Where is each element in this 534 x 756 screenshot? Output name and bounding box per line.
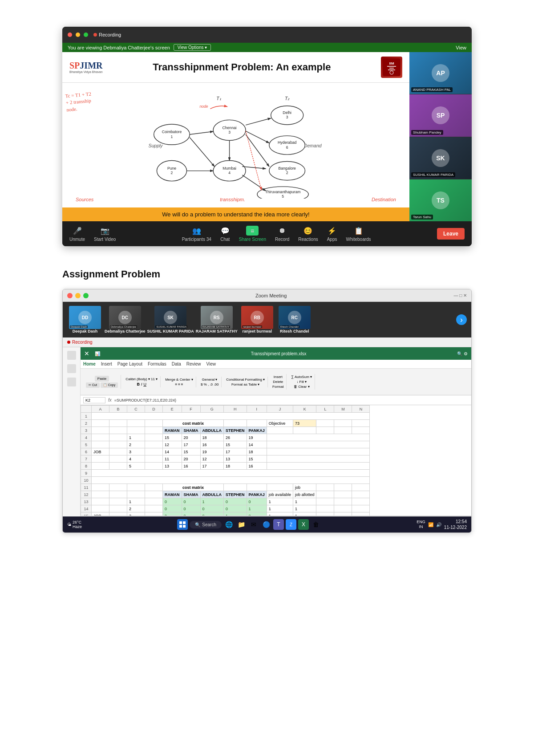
col-header-stephen: STEPHEN (224, 427, 247, 434)
svg-line-39 (246, 134, 269, 167)
win-min-btn[interactable] (75, 293, 81, 298)
cut-button[interactable]: ✂ Cut (86, 382, 100, 388)
taskbar-excel-icon[interactable]: X (298, 519, 309, 530)
italic-btn[interactable]: I (141, 382, 142, 386)
reactions-icon: 😊 (303, 226, 313, 236)
r11n (352, 484, 370, 491)
menu-insert[interactable]: Insert (101, 362, 112, 366)
menu-review[interactable]: Review (186, 362, 201, 366)
view-options-button[interactable]: View Options ▾ (174, 44, 211, 51)
zoom-toolbar-1: 🎤 Unmute 📷 Start Video 👥 Participants 34… (62, 221, 472, 246)
participant-video-1: AP ANAND PRAKASH PAL (409, 52, 472, 94)
r7-rest (267, 455, 370, 463)
svg-text:2: 2 (171, 171, 173, 175)
participant-mini-video-0: DD Deepak Dash (69, 306, 101, 329)
reactions-button[interactable]: 😊 Reactions (298, 226, 318, 242)
menu-page-layout[interactable]: Page Layout (117, 362, 142, 366)
r11l (316, 484, 334, 491)
sr1-pankaj: 0 (247, 498, 267, 505)
recording-text: Recording (72, 340, 93, 345)
svg-line-33 (190, 131, 213, 134)
start-video-button[interactable]: 📷 Start Video (94, 226, 116, 242)
r7c: 4 (127, 455, 145, 463)
taskbar-edge-icon[interactable]: 🌐 (223, 519, 234, 530)
col-header-empty (81, 406, 92, 413)
spreadsheet-grid[interactable]: A B C D E F G H I J K L (81, 405, 471, 516)
svg-text:Delhi: Delhi (283, 110, 291, 115)
fx-label: fx (108, 398, 112, 402)
mini-avatar-5: RC (288, 311, 301, 324)
share-screen-button[interactable]: 🖥 Share Screen (239, 226, 266, 242)
record-button[interactable]: ⏺ Record (275, 226, 289, 242)
minimize-dot (76, 33, 80, 37)
r11c (127, 484, 145, 491)
wifi-icon: 📶 (428, 522, 433, 527)
spreadsheet-area: ✕ 📊 Transshipment problem.xlsx 🔍 ⚙ Home … (81, 347, 471, 516)
slide-area: SP JIMR Bharatiya Vidya Bhavan Transship… (62, 52, 409, 221)
slide-title: Transshipnment Problem: An example (103, 61, 381, 73)
taskbar-recycle-icon[interactable]: 🗑 (311, 519, 321, 530)
paste-button[interactable]: Paste (95, 376, 109, 382)
sol-col-raman: RAMAN (163, 491, 182, 498)
zoom-window-1: Recording You are viewing Debmaliya Chat… (62, 27, 472, 246)
apps-button[interactable]: ⚡ Apps (327, 226, 337, 242)
recording-label: Recording (99, 32, 121, 37)
taskbar-teams-icon[interactable]: T (273, 519, 284, 530)
whiteboards-button[interactable]: 📋 Whiteboards (346, 226, 371, 242)
r7e: 11 (163, 455, 182, 463)
participants-forward-arrow[interactable]: › (456, 314, 467, 325)
sr2n (352, 505, 370, 512)
svg-text:Supply: Supply (148, 143, 163, 148)
handwriting-sources: Sources (76, 197, 93, 202)
row-12: 12 RAMAN SHAMA ABDULLA STEPHEN PANKAJ (81, 491, 370, 498)
taskbar-files-icon[interactable]: 📁 (236, 519, 247, 530)
copy-button[interactable]: 📋 Copy (101, 382, 118, 388)
col-h: H (224, 406, 247, 413)
sr2b (109, 505, 127, 512)
weather-temp: 26°C (73, 520, 82, 524)
chat-button[interactable]: 💬 Chat (220, 226, 230, 242)
participants-strip: DD Deepak Dash Deepak Dash DC Debmaliya … (63, 302, 471, 337)
svg-line-37 (246, 118, 271, 125)
bold-btn[interactable]: B (137, 382, 140, 386)
sol-row-num-3: 15 (81, 512, 92, 516)
menu-data[interactable]: Data (172, 362, 181, 366)
taskbar-search[interactable]: 🔍 Search (190, 521, 222, 528)
taskbar-chrome-icon[interactable]: 🔵 (261, 519, 271, 530)
handwriting-transship: transshipm. (220, 197, 245, 202)
unmute-button[interactable]: 🎤 Unmute (69, 226, 85, 242)
recording-bar: Recording (63, 337, 471, 347)
sr1m (334, 498, 352, 505)
win-close-btn[interactable] (67, 293, 73, 298)
participant-video-3: SK SUSHIL KUMAR PARIDA (409, 137, 472, 179)
align-left-icon[interactable]: ≡ (175, 382, 178, 386)
align-right-icon[interactable]: ≡ (181, 382, 183, 386)
menu-view[interactable]: View (206, 362, 216, 366)
taskbar-mail-icon[interactable]: ✉ (248, 519, 259, 530)
cell-reference-input[interactable] (83, 397, 105, 403)
taskbar-zoom-icon[interactable]: Z (286, 519, 296, 530)
row-num-7: 7 (81, 455, 92, 463)
menu-home[interactable]: Home (83, 362, 96, 366)
start-video-label: Start Video (94, 237, 116, 242)
col-e: E (163, 406, 182, 413)
font-name: Calibri (Body) ▾ 11 ▾ (125, 377, 158, 381)
svg-text:Coimbatore: Coimbatore (162, 130, 182, 134)
align-center-icon[interactable]: ≡ (178, 382, 180, 386)
language-indicator: ENGIN (417, 520, 425, 529)
underline-btn[interactable]: U (143, 382, 146, 386)
win-max-btn[interactable] (83, 293, 89, 298)
formula-input[interactable] (114, 398, 469, 402)
svg-line-42 (246, 131, 262, 190)
sr3m (334, 512, 352, 516)
leave-button[interactable]: Leave (437, 228, 465, 240)
r8a (92, 463, 109, 470)
sr3d (145, 512, 163, 516)
col-m: M (334, 406, 352, 413)
menu-formulas[interactable]: Formulas (148, 362, 166, 366)
windows-start-button[interactable] (177, 519, 188, 530)
participants-button[interactable]: 👥 Participants 34 (182, 226, 211, 242)
camera-icon: 📷 (100, 226, 110, 236)
rec-dot-2 (67, 341, 70, 344)
sr3-allotted: 1 (293, 512, 316, 516)
